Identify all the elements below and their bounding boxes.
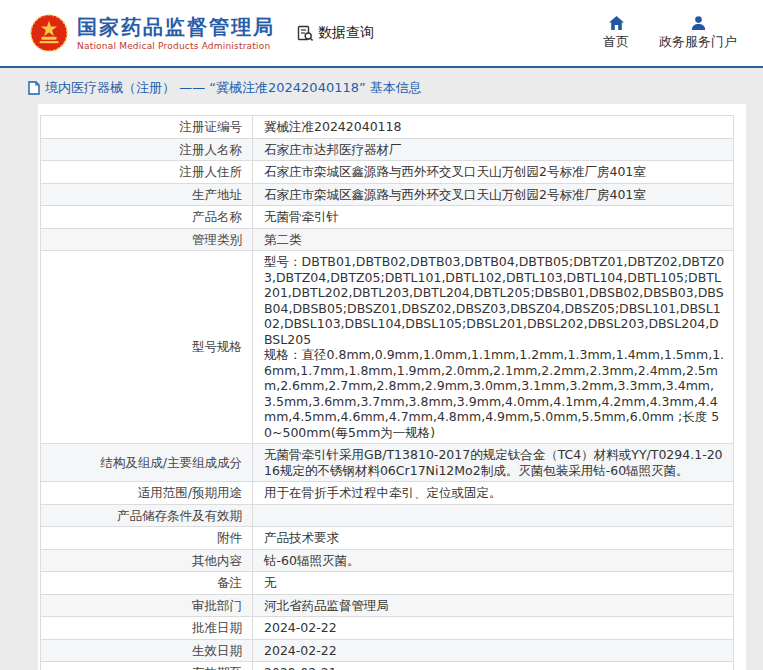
brand-title: 国家药品监督管理局	[77, 15, 275, 39]
row-value: 无	[253, 572, 734, 595]
table-row: 备注 无	[41, 572, 734, 595]
breadcrumb: 境内医疗器械（注册） —— “冀械注准20242040118” 基本信息	[28, 79, 737, 97]
brand-block: 国家药品监督管理局 National Medical Products Admi…	[77, 15, 275, 51]
table-row: 附件 产品技术要求	[41, 527, 734, 550]
nav-item-home[interactable]: 首页	[603, 16, 629, 51]
row-value: 钴-60辐照灭菌。	[253, 549, 734, 572]
row-label: 批准日期	[41, 617, 253, 640]
row-label: 管理类别	[41, 228, 253, 251]
data-query-label: 数据查询	[318, 24, 374, 42]
brand-subtitle: National Medical Products Administration	[77, 41, 275, 51]
home-icon	[609, 16, 624, 30]
row-label: 附件	[41, 527, 253, 550]
row-label: 注册人住所	[41, 161, 253, 184]
table-row: 审批部门 河北省药品监督管理局	[41, 594, 734, 617]
document-search-icon	[297, 25, 314, 42]
row-label: 型号规格	[41, 251, 253, 444]
table-row: 管理类别 第二类	[41, 228, 734, 251]
app-header: 国家药品监督管理局 National Medical Products Admi…	[0, 0, 763, 68]
row-value	[253, 504, 734, 527]
row-label: 生产地址	[41, 183, 253, 206]
row-label: 适用范围/预期用途	[41, 482, 253, 505]
table-row: 生效日期 2024-02-22	[41, 639, 734, 662]
user-icon	[691, 16, 706, 30]
row-value: 冀械注准20242040118	[253, 116, 734, 139]
nav-item-portal[interactable]: 政务服务门户	[659, 16, 737, 51]
row-value: 石家庄市栾城区鑫源路与西外环交叉口天山万创园2号标准厂房401室	[253, 161, 734, 184]
row-value: 第二类	[253, 228, 734, 251]
table-row: 其他内容 钴-60辐照灭菌。	[41, 549, 734, 572]
document-icon	[28, 81, 40, 95]
row-label: 注册人名称	[41, 138, 253, 161]
row-value: 型号：DBTB01,DBTB02,DBTB03,DBTB04,DBTB05;DB…	[253, 251, 734, 444]
table-row: 产品名称 无菌骨牵引针	[41, 206, 734, 229]
table-row: 有效期至 2029-02-21	[41, 662, 734, 670]
table-row: 结构及组成/主要组成成分 无菌骨牵引针采用GB/T13810-2017的规定钛合…	[41, 444, 734, 482]
table-row: 批准日期 2024-02-22	[41, 617, 734, 640]
table-row: 注册人住所 石家庄市栾城区鑫源路与西外环交叉口天山万创园2号标准厂房401室	[41, 161, 734, 184]
row-value: 产品技术要求	[253, 527, 734, 550]
table-row: 注册证编号 冀械注准20242040118	[41, 116, 734, 139]
row-value: 石家庄市达邦医疗器材厂	[253, 138, 734, 161]
row-label: 有效期至	[41, 662, 253, 670]
table-row: 适用范围/预期用途 用于在骨折手术过程中牵引、定位或固定。	[41, 482, 734, 505]
table-row: 型号规格 型号：DBTB01,DBTB02,DBTB03,DBTB04,DBTB…	[41, 251, 734, 444]
breadcrumb-text: 境内医疗器械（注册） —— “冀械注准20242040118” 基本信息	[45, 79, 422, 97]
nav-home-label: 首页	[603, 33, 629, 51]
data-query-button[interactable]: 数据查询	[297, 24, 374, 42]
national-emblem-icon	[30, 14, 68, 52]
row-value: 石家庄市栾城区鑫源路与西外环交叉口天山万创园2号标准厂房401室	[253, 183, 734, 206]
row-label: 产品名称	[41, 206, 253, 229]
row-label: 其他内容	[41, 549, 253, 572]
registration-detail-table: 注册证编号 冀械注准20242040118 注册人名称 石家庄市达邦医疗器材厂 …	[40, 115, 734, 670]
row-value: 2024-02-22	[253, 617, 734, 640]
row-label: 生效日期	[41, 639, 253, 662]
detail-panel: 注册证编号 冀械注准20242040118 注册人名称 石家庄市达邦医疗器材厂 …	[38, 104, 746, 670]
row-value: 无菌骨牵引针采用GB/T13810-2017的规定钛合金（TC4）材料或YY/T…	[253, 444, 734, 482]
row-label: 结构及组成/主要组成成分	[41, 444, 253, 482]
row-value: 河北省药品监督管理局	[253, 594, 734, 617]
table-row: 产品储存条件及有效期	[41, 504, 734, 527]
nav-portal-label: 政务服务门户	[659, 33, 737, 51]
row-label: 备注	[41, 572, 253, 595]
row-value: 2029-02-21	[253, 662, 734, 670]
row-value: 无菌骨牵引针	[253, 206, 734, 229]
row-label: 产品储存条件及有效期	[41, 504, 253, 527]
table-row: 注册人名称 石家庄市达邦医疗器材厂	[41, 138, 734, 161]
table-row: 生产地址 石家庄市栾城区鑫源路与西外环交叉口天山万创园2号标准厂房401室	[41, 183, 734, 206]
row-value: 用于在骨折手术过程中牵引、定位或固定。	[253, 482, 734, 505]
row-label: 审批部门	[41, 594, 253, 617]
row-value: 2024-02-22	[253, 639, 734, 662]
top-nav: 首页 政务服务门户	[603, 16, 737, 51]
row-label: 注册证编号	[41, 116, 253, 139]
